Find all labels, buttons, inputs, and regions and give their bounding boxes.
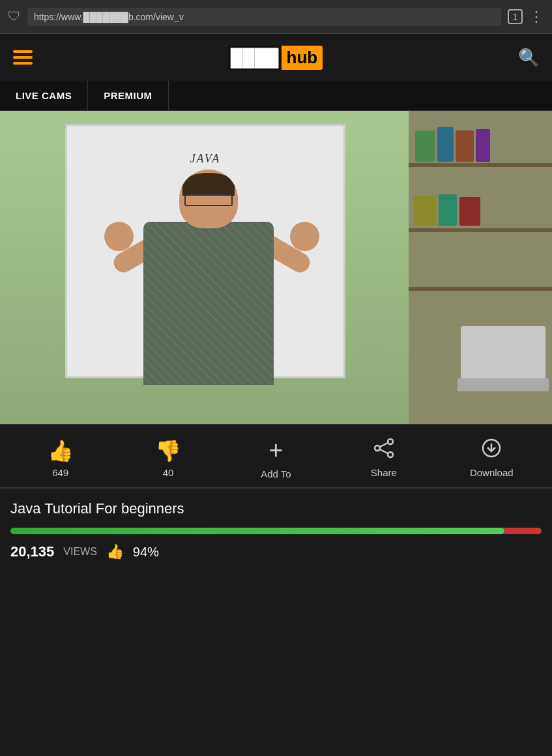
shelf-1 [409, 163, 552, 167]
search-icon[interactable]: 🔍 [518, 48, 539, 68]
dislike-button[interactable]: 👎 40 [136, 438, 201, 478]
shirt-pattern [143, 222, 274, 385]
add-to-label: Add To [261, 468, 291, 479]
whiteboard-text: JAVA [190, 152, 221, 166]
like-button[interactable]: 👍 649 [28, 438, 93, 478]
hamburger-menu-icon[interactable] [13, 50, 33, 65]
action-bar: 👍 649 👎 40 + Add To Share [0, 425, 552, 488]
book-4 [476, 129, 490, 162]
person-head [179, 170, 238, 228]
dislike-count: 40 [163, 467, 174, 478]
book-6 [439, 194, 457, 226]
svg-line-4 [380, 449, 388, 453]
svg-point-0 [388, 439, 393, 444]
hand-left [104, 222, 134, 251]
video-frame[interactable]: JAVA [0, 111, 552, 424]
nav-item-live-cams[interactable]: LIVE CAMS [0, 81, 88, 110]
views-count: 20,135 [10, 543, 54, 560]
url-display[interactable]: https://www.███████b.com/view_v [27, 8, 501, 26]
person-hair [182, 173, 235, 196]
download-icon [481, 438, 502, 463]
approval-percentage: 94% [133, 545, 159, 560]
browser-menu-icon[interactable]: ⋮ [529, 8, 544, 25]
share-label: Share [371, 467, 397, 478]
book-1 [415, 130, 435, 162]
progress-fill [10, 528, 504, 534]
site-header: ████ hub 🔍 [0, 34, 552, 81]
progress-remaining [504, 528, 542, 534]
printer-device [461, 326, 545, 385]
svg-point-2 [388, 452, 393, 457]
book-2 [437, 127, 454, 162]
address-bar: 🛡 https://www.███████b.com/view_v 1 ⋮ [0, 0, 552, 34]
book-5 [414, 196, 437, 225]
share-button[interactable]: Share [351, 438, 416, 478]
shield-icon: 🛡 [8, 9, 21, 24]
approval-thumb-icon: 👍 [106, 543, 124, 560]
svg-line-3 [380, 443, 388, 447]
nav-item-premium[interactable]: PREMIUM [88, 81, 168, 110]
video-info: Java Tutorial For beginners 20,135 VIEWS… [0, 489, 552, 568]
video-container[interactable]: JAVA [0, 111, 552, 424]
video-title: Java Tutorial For beginners [10, 500, 542, 517]
share-icon [373, 438, 394, 463]
logo-prefix: ████ [228, 46, 282, 70]
tab-count-badge[interactable]: 1 [508, 9, 523, 24]
person [91, 170, 326, 404]
thumbs-down-icon: 👎 [155, 438, 181, 463]
hand-right [290, 222, 319, 251]
thumbs-up-icon: 👍 [48, 438, 74, 463]
download-label: Download [470, 467, 514, 478]
person-glasses [184, 194, 233, 206]
printer-tray [458, 378, 549, 391]
progress-bar[interactable] [10, 528, 542, 534]
nav-bar: LIVE CAMS PREMIUM [0, 81, 552, 111]
person-body [143, 222, 274, 385]
plus-icon: + [269, 436, 283, 464]
download-button[interactable]: Download [459, 438, 524, 478]
shelf-2 [409, 228, 552, 232]
logo-suffix: hub [282, 46, 323, 70]
add-to-button[interactable]: + Add To [243, 436, 308, 479]
book-7 [459, 197, 480, 226]
stats-row: 20,135 VIEWS 👍 94% [10, 543, 542, 560]
like-count: 649 [52, 467, 68, 478]
svg-point-1 [375, 446, 380, 451]
shelf-area [409, 111, 552, 424]
shelf-3 [409, 287, 552, 291]
views-label: VIEWS [63, 546, 97, 558]
book-3 [456, 130, 474, 162]
site-logo[interactable]: ████ hub [228, 46, 323, 70]
